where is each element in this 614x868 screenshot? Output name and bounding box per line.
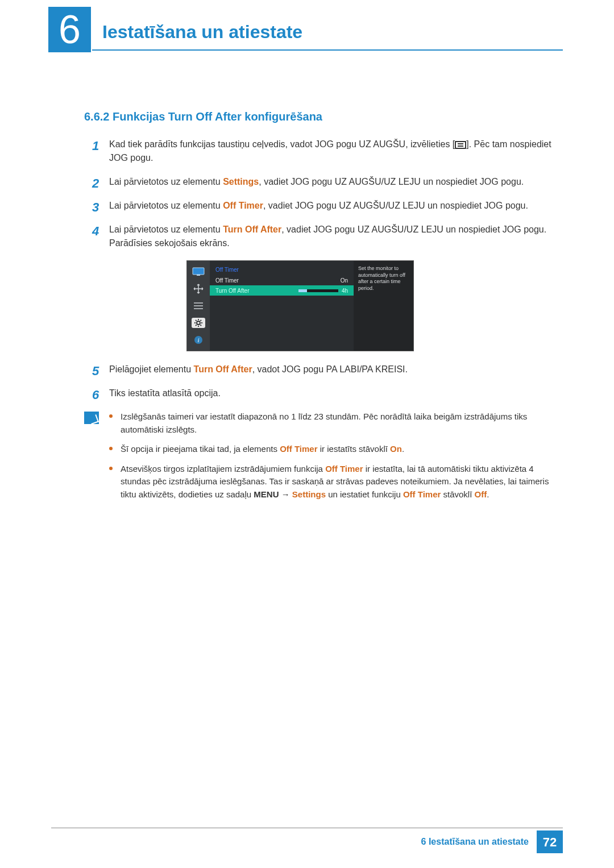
step-6: 6 Tiks iestatīta atlasītā opcija.	[84, 387, 563, 400]
step-number: 4	[92, 222, 99, 240]
arrow-icon: →	[279, 489, 292, 499]
highlight-turn-off-after: Turn Off After	[194, 364, 252, 374]
info-text-c: un iestatiet funkciju	[326, 489, 403, 499]
step-number: 5	[92, 362, 99, 380]
steps-list: 1 Kad tiek parādīts funkcijas taustiņu c…	[84, 138, 563, 250]
footer-chapter-text: 6 Iestatīšana un atiestate	[421, 835, 529, 849]
move-icon	[192, 284, 205, 294]
step-2: 2 Lai pārvietotos uz elementu Settings, …	[84, 175, 563, 189]
step-number: 3	[92, 198, 99, 217]
section-number: 6.6.2	[84, 110, 109, 123]
info-bullet-1: Izslēgšanās taimeri var iestatīt diapazo…	[109, 410, 563, 436]
svg-text:i: i	[197, 337, 199, 343]
osd-item-value: On	[341, 276, 348, 285]
step-number: 6	[92, 385, 99, 404]
step-4: 4 Lai pārvietotos uz elementu Turn Off A…	[84, 223, 563, 250]
step-text-b: , vadiet JOG pogu UZ AUGŠU/UZ LEJU un no…	[263, 201, 528, 210]
header-rule	[92, 49, 563, 51]
step-text: Tiks iestatīta atlasītā opcija.	[109, 388, 221, 398]
highlight-settings: Settings	[223, 177, 259, 186]
svg-line-11	[201, 325, 202, 326]
step-text-b: , vadiet JOG pogu UZ AUGŠU/UZ LEJU un no…	[259, 177, 524, 186]
gear-icon	[192, 318, 205, 328]
page-footer: 6 Iestatīšana un atiestate 72	[421, 830, 563, 853]
highlight-off: Off	[475, 489, 487, 499]
info-text-b: ir iestatīts stāvoklī	[318, 444, 391, 454]
section-heading: 6.6.2 Funkcijas Turn Off After konfigurē…	[84, 108, 563, 125]
svg-line-13	[201, 320, 202, 321]
svg-line-12	[196, 325, 197, 326]
svg-rect-1	[197, 275, 200, 276]
info-bullet-3: Atsevišķos tirgos izplatītajiem izstrādā…	[109, 463, 563, 501]
svg-line-10	[196, 320, 197, 321]
highlight-off-timer: Off Timer	[325, 464, 363, 474]
info-icon: i	[192, 335, 205, 345]
osd-item-turn-off-after: Turn Off After 4h	[210, 285, 354, 296]
step-text: Lai pārvietotos uz elementu	[109, 225, 223, 234]
highlight-off-timer: Off Timer	[280, 444, 317, 454]
info-text-a: Šī opcija ir pieejama tikai tad, ja elem…	[121, 444, 280, 454]
step-text: Lai pārvietotos uz elementu	[109, 201, 223, 210]
osd-item-label: Turn Off After	[215, 286, 249, 295]
list-icon	[192, 301, 205, 311]
step-text: Lai pārvietotos uz elementu	[109, 177, 223, 186]
osd-screenshot: i Off Timer Off Timer On Turn Off After …	[186, 260, 414, 351]
highlight-on: On	[390, 444, 402, 454]
note-icon	[84, 412, 99, 424]
info-text-e: .	[487, 489, 489, 499]
svg-point-5	[197, 321, 200, 325]
step-text-b: , vadot JOG pogu PA LABI/PA KREISI.	[252, 364, 408, 374]
steps-list-continued: 5 Pielāgojiet elementu Turn Off After, v…	[84, 363, 563, 400]
info-text-d: stāvoklī	[441, 489, 474, 499]
info-text: Izslēgšanās taimeri var iestatīt diapazo…	[121, 412, 527, 434]
step-5: 5 Pielāgojiet elementu Turn Off After, v…	[84, 363, 563, 376]
step-number: 1	[92, 136, 99, 155]
section-title: Funkcijas Turn Off After konfigurēšana	[113, 110, 322, 123]
osd-item-value: 4h	[342, 286, 348, 295]
osd-list: Off Timer Off Timer On Turn Off After 4h	[210, 261, 354, 351]
info-text-c: .	[402, 444, 404, 454]
menu-label: MENU	[254, 489, 279, 499]
info-bullet-2: Šī opcija ir pieejama tikai tad, ja elem…	[109, 443, 563, 456]
step-text: Kad tiek parādīts funkcijas taustiņu ceļ…	[109, 139, 455, 149]
osd-main: Off Timer Off Timer On Turn Off After 4h…	[210, 261, 413, 351]
page-content: 6.6.2 Funkcijas Turn Off After konfigurē…	[84, 108, 563, 508]
osd-slider	[298, 289, 338, 292]
step-1: 1 Kad tiek parādīts funkcijas taustiņu c…	[84, 138, 563, 165]
step-text: Pielāgojiet elementu	[109, 364, 194, 374]
step-3: 3 Lai pārvietotos uz elementu Off Timer,…	[84, 199, 563, 213]
info-list: Izslēgšanās taimeri var iestatīt diapazo…	[109, 410, 563, 508]
osd-item-off-timer: Off Timer On	[210, 275, 354, 285]
svg-rect-0	[193, 268, 204, 275]
chapter-number-badge: 6	[48, 7, 91, 52]
page-number: 72	[537, 830, 563, 853]
display-icon	[192, 267, 205, 277]
osd-item-label: Off Timer	[215, 276, 239, 285]
menu-icon	[455, 141, 466, 149]
osd-sidebar: i	[187, 261, 210, 351]
osd-tooltip: Set the monitor to automatically turn of…	[354, 261, 413, 351]
highlight-off-timer: Off Timer	[223, 201, 263, 210]
highlight-settings: Settings	[292, 489, 326, 499]
osd-menu-title: Off Timer	[210, 264, 354, 275]
footer-rule	[51, 828, 563, 828]
info-text-a: Atsevišķos tirgos izplatītajiem izstrādā…	[121, 464, 325, 474]
highlight-turn-off-after: Turn Off After	[223, 225, 281, 234]
step-number: 2	[92, 174, 99, 193]
highlight-off-timer: Off Timer	[403, 489, 441, 499]
chapter-title: Iestatīšana un atiestate	[102, 18, 302, 45]
info-box: Izslēgšanās taimeri var iestatīt diapazo…	[84, 410, 563, 508]
